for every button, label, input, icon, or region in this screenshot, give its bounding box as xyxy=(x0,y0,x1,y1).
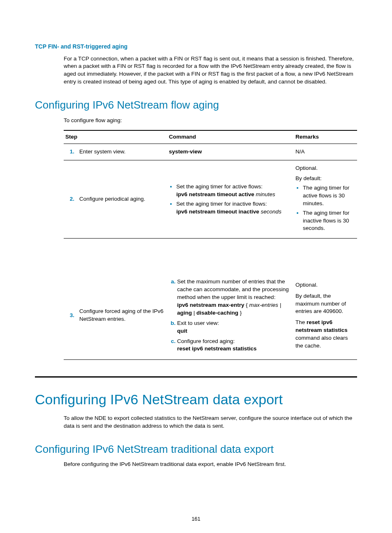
rem-text: The reset ipv6 netstream statistics comm… xyxy=(295,319,355,350)
cmd-text: Set the maximum number of entries that t… xyxy=(177,278,289,300)
paragraph-flow-aging-intro: To configure flow aging: xyxy=(64,117,357,125)
flow-aging-table: Step Command Remarks 1. Enter system vie… xyxy=(64,130,357,360)
rem-text: Optional. xyxy=(295,281,355,289)
cmd-text: Set the aging timer for inactive flows: xyxy=(176,201,267,207)
step-number: 2. xyxy=(64,160,78,239)
col-step: Step xyxy=(64,130,167,144)
step-cmd: system-view xyxy=(167,144,294,160)
cmd-bold: ipv6 netstream timeout inactive xyxy=(176,209,259,215)
cmd-italic: max-entries xyxy=(249,302,279,308)
cmd-bold: aging xyxy=(177,310,192,316)
cmd-italic: seconds xyxy=(261,209,281,215)
step-cmd: Set the maximum number of entries that t… xyxy=(167,271,294,360)
cmd-italic: minutes xyxy=(256,191,275,197)
heading-data-export: Configuring IPv6 NetStream data export xyxy=(35,390,357,410)
list-item: The aging timer for active flows is 30 m… xyxy=(303,184,355,208)
cmd-text: Exit to user view: xyxy=(177,320,219,326)
cmd-text: Configure forced aging: xyxy=(177,338,235,344)
table-header-row: Step Command Remarks xyxy=(64,130,357,144)
cmd-text: { xyxy=(244,302,249,308)
page-number: 161 xyxy=(0,515,392,523)
list-item: Configure forced aging: reset ipv6 netst… xyxy=(177,338,292,353)
heading-flow-aging: Configuring IPv6 NetStream flow aging xyxy=(35,97,357,112)
table-row: 2. Configure periodical aging. Set the a… xyxy=(64,160,357,239)
list-item: Set the aging timer for active flows: ip… xyxy=(176,183,292,199)
list-item: Set the aging timer for inactive flows: … xyxy=(176,200,292,216)
rem-text: By default, the maximum number of entrie… xyxy=(295,292,355,316)
cmd-text: | xyxy=(192,310,196,316)
step-rem: Optional. By default, the maximum number… xyxy=(294,271,357,360)
rem-text: By default: xyxy=(295,175,355,183)
page-container: TCP FIN- and RST-triggered aging For a T… xyxy=(0,0,392,533)
cmd-text: } xyxy=(238,310,242,316)
step-cmd: Set the aging timer for active flows: ip… xyxy=(167,160,294,239)
cmd-text: Set the aging timer for active flows: xyxy=(176,183,263,190)
cmd-text: | xyxy=(278,302,281,308)
list-item: The aging timer for inactive flows is 30… xyxy=(303,209,355,233)
section-divider xyxy=(35,376,357,378)
rem-text: Optional. xyxy=(295,165,355,172)
col-remarks: Remarks xyxy=(294,130,357,144)
cmd-bold: quit xyxy=(177,328,187,334)
step-number: 3. xyxy=(64,271,78,360)
table-spacer-row xyxy=(64,239,357,272)
rem-span: The xyxy=(295,319,307,325)
step-rem: N/A xyxy=(294,144,357,160)
step-rem: Optional. By default: The aging timer fo… xyxy=(294,160,357,239)
table-row: 3. Configure forced aging of the IPv6 Ne… xyxy=(64,271,357,360)
cmd-bold: ipv6 netstream max-entry xyxy=(177,302,244,308)
paragraph-tcp: For a TCP connection, when a packet with… xyxy=(64,55,357,86)
step-desc: Configure periodical aging. xyxy=(78,160,167,239)
paragraph-export-intro: To allow the NDE to export collected sta… xyxy=(64,415,357,430)
table-row: 1. Enter system view. system-view N/A xyxy=(64,144,357,160)
rem-span: command also clears the cache. xyxy=(295,335,348,349)
paragraph-traditional-intro: Before configuring the IPv6 NetStream tr… xyxy=(64,461,357,468)
step-desc: Configure forced aging of the IPv6 NetSt… xyxy=(78,271,167,360)
col-command: Command xyxy=(167,130,294,144)
list-item: Set the maximum number of entries that t… xyxy=(177,278,292,317)
list-item: Exit to user view: quit xyxy=(177,320,292,335)
heading-traditional-export: Configuring IPv6 NetStream traditional d… xyxy=(35,442,357,457)
heading-tcp-fin: TCP FIN- and RST-triggered aging xyxy=(35,43,357,51)
cmd-bold: disable-caching xyxy=(196,310,238,316)
cmd-bold: ipv6 netstream timeout active xyxy=(176,191,254,197)
step-desc: Enter system view. xyxy=(78,144,167,160)
cmd-bold: reset ipv6 netstream statistics xyxy=(177,345,257,352)
step-number: 1. xyxy=(64,144,78,160)
